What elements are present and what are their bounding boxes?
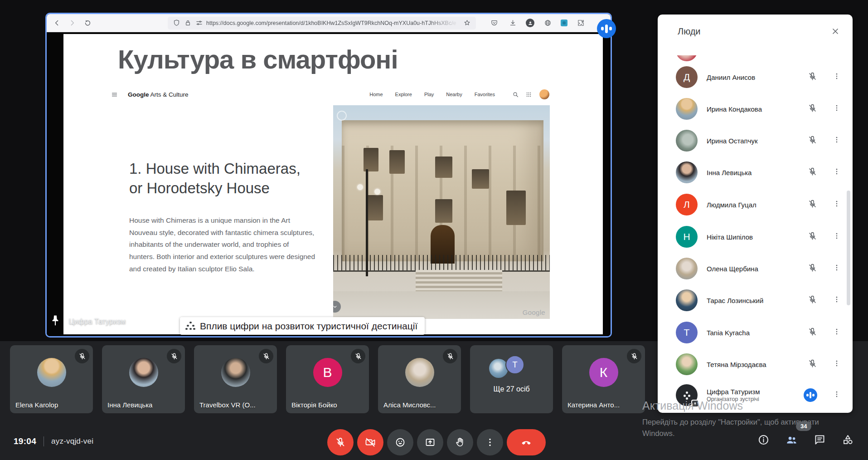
slide-heading-line2: or Horodetsky House <box>129 179 301 198</box>
overflow-count-label: Ще 27 осіб <box>470 385 553 393</box>
participant-tile[interactable]: Аліса Мисловс... <box>378 345 461 413</box>
downloads-icon <box>507 18 518 29</box>
list-item[interactable]: Д Даниил Анисов <box>658 61 853 93</box>
pin-icon[interactable] <box>49 313 62 328</box>
participant-filmstrip: Elena Karolop Інна Левицька Travelbox VR… <box>10 345 645 413</box>
participant-list: Д Даниил Анисов Ирина Кондакова Ирина Ос… <box>658 55 853 409</box>
present-button[interactable] <box>417 429 443 455</box>
avatar: T <box>676 322 698 343</box>
more-options-icon[interactable] <box>833 232 841 242</box>
hamburger-menu-icon <box>111 91 118 98</box>
participant-name: Людмила Гуцал <box>707 201 756 209</box>
presentation-slide: Культура в смартфоні Google Arts & Cultu… <box>63 34 603 334</box>
avatar <box>676 289 698 311</box>
panel-toggles <box>756 432 855 447</box>
tile-name: Elena Karolop <box>15 401 58 409</box>
mic-off-icon <box>259 349 273 363</box>
slide-body-text: House with Chimeras is a unique mansion … <box>129 215 316 275</box>
browser-reload-icon <box>82 18 93 29</box>
people-panel-header: Люди <box>658 15 853 48</box>
slide-heading-line1: 1. House with Chimaeras, <box>129 159 301 179</box>
audio-playing-indicator <box>804 388 817 402</box>
participant-tile[interactable]: Elena Karolop <box>10 345 93 413</box>
mic-toggle-button[interactable] <box>327 429 354 455</box>
tile-name: Інна Левицька <box>107 401 152 409</box>
participant-name: Інна Левицька <box>707 169 752 176</box>
shared-screen-tile[interactable]: https://docs.google.com/presentation/d/1… <box>45 13 612 338</box>
people-panel: Люди Д Даниил Анисов Ир <box>658 15 853 413</box>
participant-name: Тарас Лозинський <box>707 297 763 304</box>
avatar <box>129 358 158 387</box>
chat-icon[interactable] <box>812 432 827 447</box>
list-item[interactable]: Олена Щербина <box>658 253 853 284</box>
avatar <box>676 258 698 279</box>
mic-off-icon <box>808 135 817 147</box>
reactions-button[interactable] <box>387 429 413 455</box>
list-item[interactable]: Тарас Лозинський <box>658 284 853 316</box>
participant-tile[interactable]: Інна Левицька <box>102 345 185 413</box>
avatar: В <box>313 358 342 387</box>
list-item[interactable]: Л Людмила Гуцал <box>658 189 853 220</box>
browser-account-icon <box>526 19 534 27</box>
more-options-icon[interactable] <box>833 295 841 305</box>
mic-off-icon <box>808 167 817 178</box>
arts-culture-logo: Google Arts & Culture <box>128 91 189 98</box>
more-options-icon[interactable] <box>833 167 841 177</box>
mic-off-icon <box>75 349 89 363</box>
photo-credit: Google <box>523 308 545 316</box>
caption-text: Вплив цифри на розвиток туристичної дест… <box>200 321 417 332</box>
browser-toolbar: https://docs.google.com/presentation/d/1… <box>47 14 611 32</box>
meeting-details-icon[interactable] <box>756 432 771 447</box>
photo-info-icon <box>337 111 347 121</box>
arts-culture-nav: Home Explore Play Nearby Favorites <box>369 92 495 97</box>
pocket-icon <box>489 18 499 29</box>
avatar <box>676 161 698 183</box>
list-item[interactable]: Н Нікіта Шипілов <box>658 221 853 253</box>
tile-name: Travelbox VR (O... <box>199 401 256 409</box>
more-options-icon[interactable] <box>833 390 841 400</box>
more-options-icon[interactable] <box>833 328 841 338</box>
nav-nearby: Nearby <box>446 92 462 97</box>
participant-tile[interactable]: К Катерина Анто... <box>562 345 645 413</box>
overflow-participants-tile[interactable]: T Ще 27 осіб <box>470 345 553 413</box>
audio-playing-indicator <box>597 19 616 38</box>
list-item[interactable]: Цифра Татуризм Організатор зустрічі <box>658 379 853 409</box>
more-options-button[interactable] <box>477 429 503 455</box>
activities-icon[interactable] <box>840 432 855 447</box>
participant-name: Цифра Татуризм <box>707 388 760 396</box>
logo-google-text: Google <box>128 91 149 98</box>
list-item[interactable]: T Tania Kyracha <box>658 317 853 348</box>
close-icon[interactable] <box>829 25 842 38</box>
more-options-icon[interactable] <box>833 104 841 114</box>
more-options-icon[interactable] <box>833 136 841 146</box>
avatar <box>405 358 434 387</box>
stairs <box>416 270 502 294</box>
browser-viewport: Культура в смартфоні Google Arts & Cultu… <box>47 32 611 336</box>
more-options-icon[interactable] <box>833 200 841 210</box>
raise-hand-button[interactable] <box>447 429 473 455</box>
people-icon[interactable] <box>784 432 799 447</box>
nav-play: Play <box>424 92 434 97</box>
participant-name: Тетяна Мірзодаєва <box>707 361 766 368</box>
end-call-button[interactable] <box>507 429 546 455</box>
scrollbar-thumb[interactable] <box>847 191 850 305</box>
participant-tile[interactable]: В Вікторія Бойко <box>286 345 369 413</box>
more-options-icon[interactable] <box>833 359 841 369</box>
avatar <box>676 384 698 406</box>
avatar: К <box>589 358 618 387</box>
camera-toggle-button[interactable] <box>357 429 383 455</box>
list-item[interactable]: Ирина Кондакова <box>658 93 853 125</box>
more-options-icon[interactable] <box>833 72 841 82</box>
divider <box>44 436 44 446</box>
list-item[interactable]: Ирина Остапчук <box>658 125 853 157</box>
list-item[interactable]: Інна Левицька <box>658 157 853 188</box>
list-item[interactable]: Тетяна Мірзодаєва <box>658 348 853 380</box>
slide-heading: 1. House with Chimaeras, or Horodetsky H… <box>129 159 301 198</box>
more-options-icon[interactable] <box>833 264 841 274</box>
participant-tile[interactable]: Travelbox VR (O... <box>194 345 277 413</box>
logo-rest-text: Arts & Culture <box>149 91 189 98</box>
tile-name: Аліса Мисловс... <box>383 401 436 409</box>
participant-count-badge: 34 <box>796 421 811 431</box>
avatar: Л <box>676 194 698 215</box>
permissions-icon <box>195 18 203 29</box>
